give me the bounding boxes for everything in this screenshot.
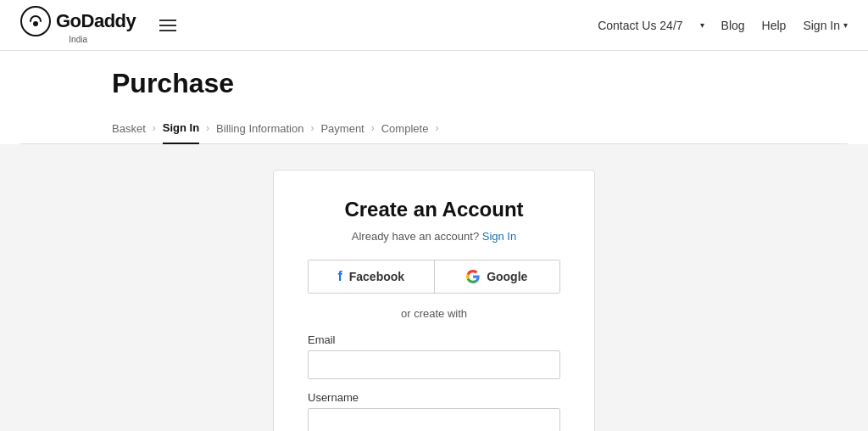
separator-5: ›: [435, 122, 438, 134]
sign-in-label: Sign In: [803, 19, 840, 32]
page-title: Purchase: [20, 68, 848, 99]
facebook-button[interactable]: f Facebook: [309, 260, 435, 293]
hamburger-menu-button[interactable]: [156, 16, 180, 35]
sign-in-button[interactable]: Sign In ▾: [803, 19, 848, 32]
hamburger-line: [159, 30, 176, 31]
header: GoDaddy India Contact Us 24/7 ▾ Blog Hel…: [0, 0, 868, 51]
facebook-label: Facebook: [349, 270, 404, 283]
logo-area: GoDaddy India: [20, 6, 136, 44]
create-account-card: Create an Account Already have an accoun…: [273, 170, 595, 431]
hamburger-line: [159, 25, 176, 26]
separator-4: ›: [371, 122, 375, 134]
godaddy-logo-icon: [20, 6, 51, 36]
email-label: Email: [308, 333, 560, 346]
username-label: Username: [308, 391, 560, 404]
or-divider: or create with: [308, 307, 560, 320]
step-basket[interactable]: Basket: [112, 114, 146, 143]
card-subtitle: Already have an account? Sign In: [308, 230, 560, 243]
social-buttons: f Facebook Google: [308, 260, 560, 294]
username-input[interactable]: [308, 408, 560, 431]
email-input[interactable]: [308, 350, 560, 379]
step-complete[interactable]: Complete: [381, 114, 429, 143]
google-button[interactable]: Google: [435, 260, 560, 293]
header-right: Contact Us 24/7 ▾ Blog Help Sign In ▾: [598, 19, 848, 32]
card-title: Create an Account: [308, 198, 560, 221]
contact-chevron-icon: ▾: [700, 20, 704, 30]
signin-chevron-icon: ▾: [843, 20, 848, 30]
google-label: Google: [487, 270, 527, 283]
username-field-group: Username: [308, 391, 560, 431]
blog-link[interactable]: Blog: [721, 19, 745, 32]
logo-img: GoDaddy: [20, 6, 136, 36]
separator-3: ›: [310, 122, 314, 134]
help-link[interactable]: Help: [762, 19, 787, 32]
hamburger-line: [159, 20, 176, 21]
google-icon: [466, 270, 480, 283]
step-payment[interactable]: Payment: [320, 114, 364, 143]
step-complete-label: Complete: [381, 122, 429, 135]
separator-1: ›: [153, 122, 156, 134]
subtitle-text: Already have an account?: [352, 230, 479, 243]
svg-point-1: [33, 21, 38, 26]
contact-us-link[interactable]: Contact Us 24/7: [598, 19, 682, 32]
step-signin-label: Sign In: [163, 121, 199, 134]
facebook-icon: f: [337, 269, 342, 284]
step-basket-label: Basket: [112, 122, 146, 135]
logo-region: India: [69, 35, 87, 44]
step-payment-label: Payment: [320, 122, 364, 135]
step-billing-label: Billing Information: [216, 122, 303, 135]
signin-link[interactable]: Sign In: [482, 230, 516, 243]
step-billing[interactable]: Billing Information: [216, 114, 303, 143]
header-left: GoDaddy India: [20, 6, 180, 44]
separator-2: ›: [206, 122, 209, 134]
steps-nav: Basket › Sign In › Billing Information ›…: [20, 113, 848, 144]
main-area: Create an Account Already have an accoun…: [0, 144, 868, 431]
email-field-group: Email: [308, 333, 560, 379]
logo-text: GoDaddy: [56, 10, 136, 32]
page-content: Purchase Basket › Sign In › Billing Info…: [0, 51, 868, 144]
step-signin[interactable]: Sign In: [163, 113, 199, 144]
